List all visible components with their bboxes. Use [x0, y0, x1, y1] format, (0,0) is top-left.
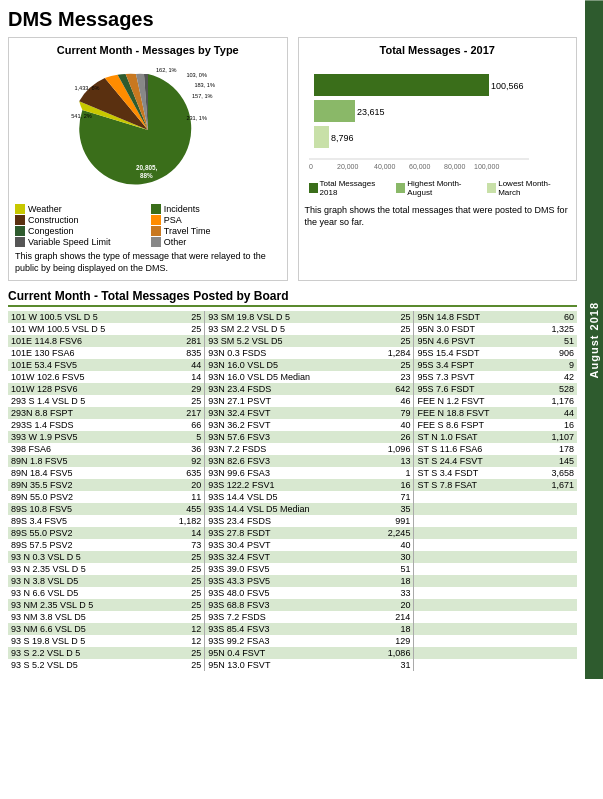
table-row: 101 WM 100.5 VSL D 52593 SM 2.2 VSL D 52… [8, 323, 577, 335]
right-chart-description: This graph shows the total messages that… [305, 205, 571, 228]
highest-label: Highest Month-August [407, 179, 479, 197]
table-row: 101W 128 PSV62993N 23.4 FSDS64295S 7.6 F… [8, 383, 577, 395]
incidents-color [151, 204, 161, 214]
board-col1: 101E 53.4 FSV5 [8, 359, 161, 371]
traveltime-label: Travel Time [164, 226, 211, 236]
bar-chart-svg: 100,566 23,615 8,796 0 20,000 40,000 60,… [309, 64, 539, 174]
board-col1: 398 FSA6 [8, 443, 161, 455]
board-col1: 89S 57.5 PSV2 [8, 539, 161, 551]
board-col3 [414, 575, 534, 587]
board-col3 [414, 515, 534, 527]
count-col1: 25 [161, 395, 205, 407]
count-col2: 1,086 [370, 647, 414, 659]
board-col2: 93S 14.4 VSL D5 [205, 491, 370, 503]
svg-text:8,796: 8,796 [331, 133, 354, 143]
svg-text:157, 1%: 157, 1% [192, 93, 213, 99]
board-col2: 93S 68.8 FSV3 [205, 599, 370, 611]
count-col2: 214 [370, 611, 414, 623]
pie-legend: Weather Incidents Construction PSA [15, 204, 281, 247]
congestion-label: Congestion [28, 226, 74, 236]
board-col3: 95S 3.4 FSPT [414, 359, 534, 371]
count-col2: 46 [370, 395, 414, 407]
table-row: 89N 18.4 FSV563593N 99.6 FSA31ST S 3.4 F… [8, 467, 577, 479]
board-col3 [414, 527, 534, 539]
count-col2: 25 [370, 323, 414, 335]
board-col1: 93 N 2.35 VSL D 5 [8, 563, 161, 575]
count-col1: 25 [161, 611, 205, 623]
count-col1: 25 [161, 311, 205, 323]
count-col2: 642 [370, 383, 414, 395]
traveltime-color [151, 226, 161, 236]
board-col1: 293S 1.4 FSDS [8, 419, 161, 431]
board-col2: 95N 0.4 FSVT [205, 647, 370, 659]
board-col1: 93 S 5.2 VSL D5 [8, 659, 161, 671]
congestion-color [15, 226, 25, 236]
count-col3: 906 [534, 347, 578, 359]
svg-text:103, 0%: 103, 0% [186, 72, 207, 78]
count-col2: 2,245 [370, 527, 414, 539]
count-col1: 29 [161, 383, 205, 395]
count-col1: 25 [161, 587, 205, 599]
board-col2: 93S 48.0 FSV5 [205, 587, 370, 599]
count-col1: 14 [161, 527, 205, 539]
board-col3: 95S 7.6 FSDT [414, 383, 534, 395]
count-col1: 455 [161, 503, 205, 515]
table-row: 89S 10.8 FSV545593S 14.4 VSL D5 Median35 [8, 503, 577, 515]
legend-traveltime: Travel Time [151, 226, 281, 236]
board-col3: 95S 15.4 FSDT [414, 347, 534, 359]
count-col3: 16 [534, 419, 578, 431]
board-col2: 93N 16.0 VSL D5 Median [205, 371, 370, 383]
count-col2: 13 [370, 455, 414, 467]
count-col2: 40 [370, 539, 414, 551]
table-row: 93 S 2.2 VSL D 52595N 0.4 FSVT1,086 [8, 647, 577, 659]
count-col2: 71 [370, 491, 414, 503]
board-col3: FEE N 1.2 FSVT [414, 395, 534, 407]
count-col2: 33 [370, 587, 414, 599]
left-chart-title: Current Month - Messages by Type [15, 44, 281, 56]
board-col1: 89S 10.8 FSV5 [8, 503, 161, 515]
count-col3 [534, 539, 578, 551]
board-col3: 95N 3.0 FSDT [414, 323, 534, 335]
count-col2: 23 [370, 371, 414, 383]
table-row: 89S 55.0 PSV21493S 27.8 FSDT2,245 [8, 527, 577, 539]
board-col1: 101 W 100.5 VSL D 5 [8, 311, 161, 323]
board-col1: 101W 128 PSV6 [8, 383, 161, 395]
count-col2: 1 [370, 467, 414, 479]
board-col2: 95N 13.0 FSVT [205, 659, 370, 671]
board-col3: ST S 11.6 FSA6 [414, 443, 534, 455]
board-col1: 101 WM 100.5 VSL D 5 [8, 323, 161, 335]
board-col2: 93S 32.4 FSVT [205, 551, 370, 563]
count-col2: 18 [370, 575, 414, 587]
bar-legend-highest: Highest Month-August [396, 179, 479, 197]
bar-legend-lowest: Lowest Month-March [487, 179, 566, 197]
count-col1: 11 [161, 491, 205, 503]
board-col3: ST N 1.0 FSAT [414, 431, 534, 443]
weather-color [15, 204, 25, 214]
board-col3 [414, 491, 534, 503]
table-title: Current Month - Total Messages Posted by… [8, 289, 577, 307]
table-row: 101W 102.6 FSV51493N 16.0 VSL D5 Median2… [8, 371, 577, 383]
board-col1: 393 W 1.9 PSV5 [8, 431, 161, 443]
bar-chart-area: 100,566 23,615 8,796 0 20,000 40,000 60,… [305, 60, 571, 201]
board-col2: 93N 0.3 FSDS [205, 347, 370, 359]
psa-label: PSA [164, 215, 182, 225]
board-col3: ST S 3.4 FSDT [414, 467, 534, 479]
count-col3: 1,325 [534, 323, 578, 335]
total-label: Total Messages 2018 [320, 179, 389, 197]
table-row: 93 NM 2.35 VSL D 52593S 68.8 FSV320 [8, 599, 577, 611]
lowest-label: Lowest Month-March [498, 179, 566, 197]
count-col3 [534, 611, 578, 623]
board-col1: 293N 8.8 FSPT [8, 407, 161, 419]
board-col2: 93N 7.2 FSDS [205, 443, 370, 455]
count-col2: 1,284 [370, 347, 414, 359]
svg-text:88%: 88% [140, 172, 153, 179]
left-chart: Current Month - Messages by Type [8, 37, 288, 281]
highest-color [396, 183, 405, 193]
count-col3 [534, 527, 578, 539]
pie-area: 1,433, 6% 162, 1% 103, 0% 183, 1% 157, 1… [15, 60, 281, 200]
board-col3 [414, 635, 534, 647]
count-col3: 528 [534, 383, 578, 395]
board-col2: 93N 27.1 PSVT [205, 395, 370, 407]
svg-text:183, 1%: 183, 1% [194, 82, 215, 88]
table-row: 393 W 1.9 PSV5593N 57.6 FSV326ST N 1.0 F… [8, 431, 577, 443]
